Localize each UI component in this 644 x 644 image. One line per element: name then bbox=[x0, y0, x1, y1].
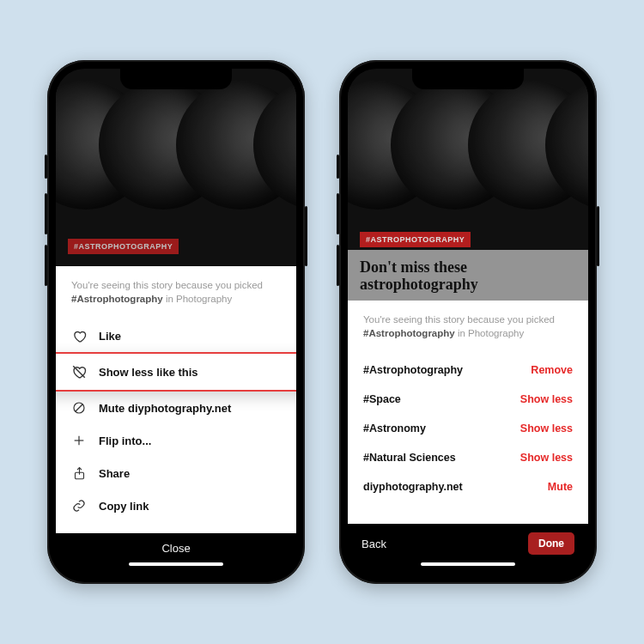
reason-prefix: You're seeing this story because you pic… bbox=[71, 280, 263, 290]
reason-suffix: in Photography bbox=[163, 294, 233, 304]
phone-frame-left: #ASTROPHOTOGRAPHY You're seeing this sto… bbox=[47, 60, 305, 584]
screen: #ASTROPHOTOGRAPHY You're seeing this sto… bbox=[56, 69, 296, 575]
copy-link-button[interactable]: Copy link bbox=[56, 489, 296, 522]
show-less-label: Show less like this bbox=[99, 366, 198, 379]
topic-list: #Astrophotography Remove #Space Show les… bbox=[348, 349, 588, 508]
home-indicator[interactable] bbox=[56, 560, 296, 575]
bottom-bar: Close bbox=[56, 533, 296, 560]
topic-row: #Natural Sciences Show less bbox=[348, 443, 588, 472]
topic-name: diyphotography.net bbox=[363, 481, 463, 493]
reason-text: You're seeing this story because you pic… bbox=[56, 266, 296, 314]
topic-row: #Astronomy Show less bbox=[348, 414, 588, 443]
like-label: Like bbox=[99, 330, 121, 343]
close-button[interactable]: Close bbox=[161, 542, 190, 555]
share-label: Share bbox=[99, 467, 130, 480]
svg-line-2 bbox=[76, 404, 82, 411]
show-less-button[interactable]: Show less bbox=[520, 393, 573, 405]
side-button bbox=[337, 193, 339, 234]
copy-label: Copy link bbox=[99, 500, 149, 513]
done-button[interactable]: Done bbox=[528, 532, 574, 555]
topic-name: #Astrophotography bbox=[363, 364, 463, 376]
reason-topic: #Astrophotography bbox=[71, 294, 163, 304]
topic-row: #Space Show less bbox=[348, 385, 588, 414]
topic-row: diyphotography.net Mute bbox=[348, 472, 588, 501]
moon-phases-image bbox=[348, 81, 588, 227]
remove-button[interactable]: Remove bbox=[531, 364, 573, 376]
heart-slash-icon bbox=[71, 364, 87, 380]
show-less-button[interactable]: Show less like this bbox=[56, 352, 296, 392]
screen: #ASTROPHOTOGRAPHY Don't miss these astro… bbox=[348, 69, 588, 575]
topic-name: #Space bbox=[363, 393, 401, 405]
notch bbox=[120, 69, 232, 89]
topic-row: #Astrophotography Remove bbox=[348, 355, 588, 385]
story-headline: Don't miss these astrophotography bbox=[360, 258, 576, 294]
story-hero: #ASTROPHOTOGRAPHY bbox=[56, 69, 296, 266]
reason-topic: #Astrophotography bbox=[363, 328, 455, 338]
side-button bbox=[337, 245, 339, 286]
reason-suffix: in Photography bbox=[455, 328, 525, 338]
side-button bbox=[597, 206, 599, 266]
action-menu: Like Show less like this Mute diyphotogr… bbox=[56, 314, 296, 522]
app-content: #ASTROPHOTOGRAPHY Don't miss these astro… bbox=[348, 69, 588, 575]
flip-into-button[interactable]: Flip into... bbox=[56, 424, 296, 457]
topic-sheet: You're seeing this story because you pic… bbox=[348, 301, 588, 524]
headline-band: Don't miss these astrophotography bbox=[348, 250, 588, 301]
mute-button[interactable]: Mute bbox=[548, 481, 573, 493]
share-button[interactable]: Share bbox=[56, 457, 296, 489]
mute-source-button[interactable]: Mute diyphotography.net bbox=[56, 392, 296, 424]
side-button bbox=[45, 193, 47, 234]
like-button[interactable]: Like bbox=[56, 319, 296, 352]
link-icon bbox=[71, 498, 87, 513]
phone-frame-right: #ASTROPHOTOGRAPHY Don't miss these astro… bbox=[339, 60, 597, 584]
flip-label: Flip into... bbox=[99, 434, 151, 447]
notch bbox=[412, 69, 524, 89]
show-less-button[interactable]: Show less bbox=[520, 452, 573, 464]
block-icon bbox=[71, 400, 87, 416]
side-button bbox=[337, 155, 339, 179]
heart-icon bbox=[71, 328, 87, 343]
plus-icon bbox=[71, 433, 87, 448]
app-content: #ASTROPHOTOGRAPHY You're seeing this sto… bbox=[56, 69, 296, 575]
side-button bbox=[45, 155, 47, 179]
reason-prefix: You're seeing this story because you pic… bbox=[363, 314, 555, 325]
side-button bbox=[305, 206, 307, 266]
story-tag[interactable]: #ASTROPHOTOGRAPHY bbox=[360, 232, 471, 247]
story-tag[interactable]: #ASTROPHOTOGRAPHY bbox=[68, 239, 179, 254]
moon-phases-image bbox=[56, 81, 296, 227]
topic-name: #Natural Sciences bbox=[363, 452, 456, 464]
back-button[interactable]: Back bbox=[361, 538, 386, 550]
home-indicator[interactable] bbox=[348, 560, 588, 575]
story-hero: #ASTROPHOTOGRAPHY Don't miss these astro… bbox=[348, 69, 588, 301]
topic-name: #Astronomy bbox=[363, 422, 426, 434]
side-button bbox=[45, 245, 47, 286]
reason-text: You're seeing this story because you pic… bbox=[348, 301, 588, 349]
share-icon bbox=[71, 465, 87, 481]
action-sheet: You're seeing this story because you pic… bbox=[56, 266, 296, 533]
mute-label: Mute diyphotography.net bbox=[99, 402, 231, 415]
bottom-bar: Back Done bbox=[348, 524, 588, 560]
show-less-button[interactable]: Show less bbox=[520, 422, 573, 434]
